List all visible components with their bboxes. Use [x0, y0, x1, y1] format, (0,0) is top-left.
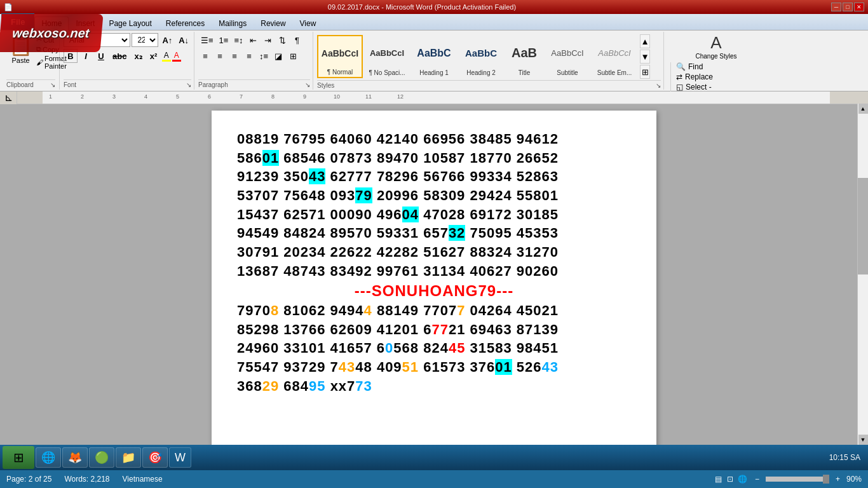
- start-button[interactable]: ⊞: [3, 446, 34, 469]
- doc-line-14: 36829 68495 xx773: [237, 377, 631, 396]
- taskbar-app1[interactable]: 🟢: [89, 447, 114, 468]
- align-center-button[interactable]: ≡: [213, 49, 227, 63]
- tab-page-layout[interactable]: Page Layout: [102, 16, 158, 30]
- para-row1: ☰≡ 1≡ ≡↕ ⇤ ⇥ ⇅ ¶: [198, 33, 310, 47]
- scroll-up-button[interactable]: ▲: [858, 104, 868, 114]
- doc-line-4: 53707 75648 09379 20996 58309 29424 5580…: [237, 186, 631, 205]
- font-group-label: Font ↘: [64, 79, 191, 88]
- tab-view[interactable]: View: [293, 16, 323, 30]
- tab-review[interactable]: Review: [254, 16, 292, 30]
- doc-line-13: 75547 93729 74348 40951 61573 37601 5264…: [237, 358, 631, 377]
- vertical-scrollbar[interactable]: ▲ ▼: [857, 104, 868, 445]
- style-title-button[interactable]: AaB Title: [505, 35, 543, 78]
- zoom-slider[interactable]: [766, 477, 829, 482]
- justify-button[interactable]: ≡: [242, 49, 256, 63]
- para-row2: ≡ ≡ ≡ ≡ ↕≡ ◪ ⊞: [198, 49, 310, 63]
- print-layout-btn[interactable]: ▤: [715, 475, 722, 484]
- paragraph-group: ☰≡ 1≡ ≡↕ ⇤ ⇥ ⇅ ¶ ≡ ≡ ≡ ≡ ↕≡ ◪ ⊞ Paragrap…: [196, 32, 313, 90]
- styles-scroll-up[interactable]: ▲: [640, 34, 650, 48]
- taskbar-browser1[interactable]: 🌐: [36, 447, 61, 468]
- numbering-button[interactable]: 1≡: [217, 33, 231, 47]
- taskbar-app2[interactable]: 🎯: [142, 447, 168, 468]
- select-label: Select -: [686, 83, 712, 92]
- increase-font-button[interactable]: A↑: [159, 33, 175, 47]
- align-right-button[interactable]: ≡: [227, 49, 241, 63]
- minimize-button[interactable]: ─: [831, 3, 841, 11]
- increase-indent-button[interactable]: ⇥: [261, 33, 275, 47]
- styles-expand-icon[interactable]: ↘: [656, 82, 661, 89]
- titlebar-icon: 📄: [4, 3, 13, 11]
- sonuhoang-line: ---SONUHOANG79---: [237, 281, 631, 301]
- borders-button[interactable]: ⊞: [286, 49, 300, 63]
- change-styles-label: Change Styles: [695, 53, 736, 60]
- style-nospace-button[interactable]: AaBbCcI ¶ No Spaci...: [364, 35, 410, 78]
- find-icon: 🔍: [676, 62, 686, 71]
- font-size-select[interactable]: 22,5: [132, 33, 158, 47]
- replace-icon: ⇄: [676, 72, 682, 81]
- style-h2-preview: AaBbC: [464, 37, 498, 69]
- style-subtle-preview: AaBbCcI: [597, 37, 632, 69]
- scroll-thumb[interactable]: [858, 178, 868, 274]
- find-replace-group: 🔍 Find ⇄ Replace ◱ Select -: [670, 62, 762, 92]
- style-h1-preview: AaBbC: [416, 37, 452, 69]
- paste-label: Paste: [11, 57, 29, 64]
- font-expand-icon[interactable]: ↘: [186, 81, 191, 88]
- style-h1-button[interactable]: AaBbC Heading 1: [411, 35, 457, 78]
- statusbar: Page: 2 of 25 Words: 2,218 Vietnamese ▤ …: [0, 470, 868, 488]
- styles-expand[interactable]: ⊞: [640, 65, 650, 79]
- sort-button[interactable]: ⇅: [276, 33, 290, 47]
- text-highlight-button[interactable]: A: [162, 51, 171, 62]
- bullets-button[interactable]: ☰≡: [198, 33, 216, 47]
- doc-line-10: 79708 81062 94944 88149 77077 04264 4502…: [237, 301, 631, 320]
- decrease-indent-button[interactable]: ⇤: [247, 33, 261, 47]
- subscript-button[interactable]: x₂: [131, 49, 145, 63]
- style-h2-button[interactable]: AaBbC Heading 2: [458, 35, 504, 78]
- scroll-down-button[interactable]: ▼: [858, 435, 868, 445]
- style-subtitle-button[interactable]: AaBbCcI Subtitle: [545, 35, 590, 78]
- close-button[interactable]: ✕: [854, 3, 864, 11]
- zoom-out-button[interactable]: −: [755, 475, 759, 484]
- style-subtle-button[interactable]: AaBbCcI Subtle Em...: [592, 35, 637, 78]
- taskbar-browser2[interactable]: 🦊: [62, 447, 88, 468]
- select-button[interactable]: ◱ Select -: [676, 83, 762, 92]
- ruler-right-margin: [855, 92, 868, 104]
- taskbar-word[interactable]: W: [169, 447, 191, 468]
- paragraph-expand-icon[interactable]: ↘: [305, 81, 310, 88]
- web-layout-btn[interactable]: 🌐: [738, 475, 747, 484]
- tab-references[interactable]: References: [159, 16, 212, 30]
- shading-button[interactable]: ◪: [271, 49, 285, 63]
- style-normal-button[interactable]: AaBbCcI ¶ Normal: [317, 35, 363, 78]
- styles-row: AaBbCcI ¶ Normal AaBbCcI ¶ No Spaci... A…: [317, 33, 661, 80]
- full-screen-btn[interactable]: ⊡: [727, 475, 733, 484]
- decrease-font-button[interactable]: A↓: [176, 33, 191, 47]
- ruler-scale: 1 2 3 4 5 6 7 8 9 10 11 12: [17, 92, 855, 104]
- line-spacing-button[interactable]: ↕≡: [257, 49, 271, 63]
- styles-scroll-down[interactable]: ▼: [640, 50, 650, 64]
- doc-line-12: 24960 33101 41657 60568 82445 31583 9845…: [237, 339, 631, 358]
- tab-mailings[interactable]: Mailings: [212, 16, 254, 30]
- zoom-in-button[interactable]: +: [836, 475, 840, 484]
- scroll-track[interactable]: [858, 114, 868, 435]
- font-color-button[interactable]: A: [172, 51, 181, 62]
- replace-label: Replace: [685, 72, 713, 81]
- select-icon: ◱: [676, 83, 683, 92]
- ribbon-content: 📋 Paste ✂ Cut ⧉ Copy 🖌 Format Painter: [0, 30, 868, 91]
- style-subtitle-label: Subtitle: [557, 69, 578, 76]
- maximize-button[interactable]: □: [843, 3, 853, 11]
- align-left-button[interactable]: ≡: [198, 49, 212, 63]
- style-h2-label: Heading 2: [466, 69, 496, 76]
- clipboard-expand-icon[interactable]: ↘: [50, 81, 55, 88]
- strikethrough-button[interactable]: abc: [109, 49, 130, 63]
- multilevel-list-button[interactable]: ≡↕: [231, 33, 245, 47]
- change-styles-button[interactable]: A Change Styles: [670, 33, 762, 60]
- styles-group-label: Styles ↘: [317, 80, 661, 89]
- paragraph-group-label: Paragraph ↘: [198, 79, 310, 88]
- doc-area[interactable]: 08819 76795 64060 42140 66956 38485 9461…: [0, 104, 868, 471]
- superscript-button[interactable]: x²: [147, 49, 161, 63]
- replace-button[interactable]: ⇄ Replace: [676, 72, 762, 81]
- taskbar: ⊞ 🌐 🦊 🟢 📁 🎯 W 10:15 SA: [0, 445, 868, 470]
- taskbar-folder[interactable]: 📁: [116, 447, 141, 468]
- show-formatting-button[interactable]: ¶: [290, 33, 304, 47]
- find-button[interactable]: 🔍 Find: [676, 62, 762, 71]
- taskbar-time: 10:15 SA: [829, 453, 865, 462]
